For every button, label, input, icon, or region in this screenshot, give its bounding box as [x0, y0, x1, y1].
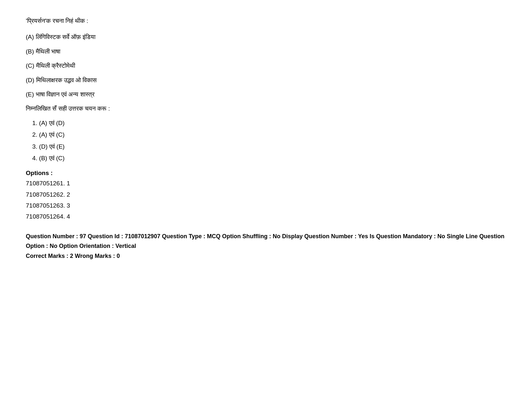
question-text: 'प्रियर्सन'क रचना निहं थीक :: [26, 16, 506, 26]
metadata-block: Question Number : 97 Question Id : 71087…: [26, 231, 506, 261]
option-a: (A) लिंगिविस्टक सर्वे ऑफ़ इंडिया: [26, 32, 506, 42]
metadata-line1: Question Number : 97 Question Id : 71087…: [26, 231, 506, 251]
numbered-options: 1. (A) एवं (D) 2. (A) एवं (C) 3. (D) एवं…: [32, 118, 506, 163]
option-e: (E) भाषा विज्ञान एवं अन्य शास्त्र: [26, 90, 506, 99]
option-id-3: 71087051263. 3: [26, 201, 506, 210]
option-id-1: 71087051261. 1: [26, 179, 506, 188]
instruction-line: निम्नलिखित सँ सही उत्तरक चयन करू :: [26, 104, 506, 113]
option-b: (B) मैथिली भाषा: [26, 47, 506, 56]
metadata-line2: Correct Marks : 2 Wrong Marks : 0: [26, 251, 506, 261]
options-label: Options :: [26, 170, 506, 177]
option-d: (D) मिथिलाक्षरक उद्भव ओ विकास: [26, 75, 506, 85]
numbered-option-3: 3. (D) एवं (E): [32, 142, 506, 152]
numbered-option-1: 1. (A) एवं (D): [32, 118, 506, 128]
question-container: 'प्रियर्सन'क रचना निहं थीक : (A) लिंगिवि…: [26, 16, 506, 261]
numbered-option-4: 4. (B) एवं (C): [32, 153, 506, 163]
option-id-2: 71087051262. 2: [26, 190, 506, 200]
options-section: Options : 71087051261. 1 71087051262. 2 …: [26, 170, 506, 222]
numbered-option-2: 2. (A) एवं (C): [32, 130, 506, 140]
option-id-4: 71087051264. 4: [26, 212, 506, 221]
option-c: (C) मैथिली क्रैस्टोमेथी: [26, 61, 506, 71]
